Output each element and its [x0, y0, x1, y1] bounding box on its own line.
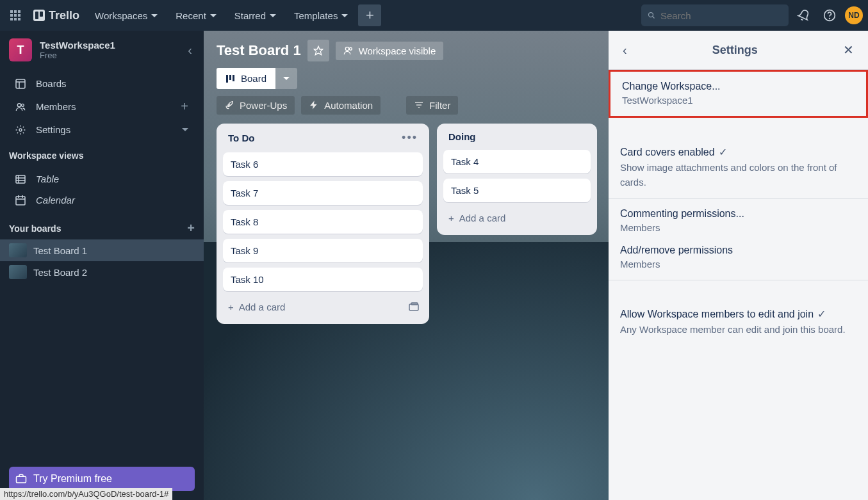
- board-title[interactable]: Test Board 1: [217, 42, 301, 59]
- members-icon: [15, 102, 27, 112]
- automation-button[interactable]: Automation: [301, 96, 381, 115]
- apps-button[interactable]: [5, 5, 26, 26]
- help-icon: [823, 9, 836, 22]
- sidebar-item-settings[interactable]: Settings: [6, 119, 197, 140]
- sidebar-item-label: Calendar: [36, 195, 75, 206]
- card[interactable]: Task 5: [443, 179, 591, 202]
- apps-grid-icon: [10, 10, 20, 20]
- top-header: Trello Workspaces Recent Starred Templat…: [0, 0, 868, 31]
- view-label: Board: [241, 73, 266, 84]
- board-item[interactable]: Test Board 1: [0, 239, 204, 261]
- your-boards-heading: Your boards +: [0, 214, 204, 239]
- card[interactable]: Task 10: [223, 268, 423, 291]
- svg-rect-33: [233, 75, 234, 81]
- svg-rect-5: [18, 14, 20, 17]
- user-avatar[interactable]: ND: [845, 6, 863, 24]
- sidebar-view-table[interactable]: Table: [6, 168, 197, 190]
- sidebar-main-nav: Boards Members + Settings: [0, 69, 204, 144]
- chevron-down-icon: [151, 14, 158, 17]
- svg-rect-0: [10, 10, 13, 13]
- board-view-icon: [225, 74, 236, 84]
- bolt-icon: [309, 100, 319, 110]
- view-dropdown-button[interactable]: [275, 68, 297, 89]
- card[interactable]: Task 9: [223, 239, 423, 262]
- filter-button[interactable]: Filter: [406, 96, 458, 115]
- nav-starred[interactable]: Starred: [227, 6, 284, 25]
- add-member-button[interactable]: +: [181, 99, 188, 114]
- workspace-info: TestWorkspace1 Free: [40, 40, 177, 60]
- addremove-permissions[interactable]: Add/remove permissions Members: [620, 245, 856, 270]
- list-title[interactable]: Doing: [448, 131, 476, 142]
- header-right: ND: [641, 4, 863, 26]
- card-covers-section[interactable]: Card covers enabled ✓ Show image attachm…: [609, 137, 868, 199]
- card-template-button[interactable]: [405, 298, 423, 316]
- sidebar-item-boards[interactable]: Boards: [6, 73, 197, 94]
- search-box[interactable]: [641, 4, 789, 26]
- notifications-button[interactable]: [794, 5, 814, 26]
- powerups-button[interactable]: Power-Ups: [217, 96, 295, 115]
- chevron-down-icon: [182, 128, 188, 131]
- workspace-plan: Free: [40, 51, 177, 60]
- view-board-button[interactable]: Board: [217, 68, 275, 89]
- settings-close-button[interactable]: ✕: [840, 40, 856, 60]
- filter-icon: [414, 100, 424, 110]
- setting-value: Members: [620, 259, 856, 270]
- star-icon: [313, 45, 323, 56]
- sidebar-item-label: Table: [36, 173, 59, 184]
- allow-edit-section[interactable]: Allow Workspace members to edit and join…: [609, 299, 868, 346]
- nav-workspaces[interactable]: Workspaces: [87, 6, 165, 25]
- list-title[interactable]: To Do: [228, 133, 254, 143]
- workspace-name: TestWorkspace1: [40, 40, 177, 51]
- svg-rect-2: [18, 10, 20, 13]
- workspace-views-heading: Workspace views: [0, 144, 204, 165]
- setting-value: Members: [620, 222, 856, 233]
- svg-point-30: [349, 47, 352, 50]
- plus-icon: +: [448, 213, 454, 223]
- setting-title: Card covers enabled ✓: [620, 146, 856, 158]
- people-icon: [343, 45, 354, 56]
- button-label: Automation: [324, 100, 373, 111]
- sidebar-item-members[interactable]: Members +: [6, 94, 197, 119]
- list-header: To Do •••: [223, 130, 423, 147]
- premium-label: Try Premium free: [33, 473, 112, 485]
- collapse-sidebar-button[interactable]: ‹: [185, 40, 195, 60]
- create-button[interactable]: +: [358, 4, 381, 26]
- board-item[interactable]: Test Board 2: [0, 261, 204, 283]
- settings-back-button[interactable]: ‹: [620, 40, 630, 60]
- trello-logo[interactable]: Trello: [28, 9, 85, 22]
- add-card-button[interactable]: + Add a card: [223, 296, 290, 318]
- svg-rect-13: [16, 79, 25, 88]
- nav-label: Recent: [176, 10, 206, 21]
- sidebar: T TestWorkspace1 Free ‹ Boards Members +: [0, 31, 204, 500]
- card[interactable]: Task 8: [223, 210, 423, 234]
- sidebar-item-label: Boards: [36, 78, 67, 89]
- help-button[interactable]: [819, 5, 840, 26]
- check-icon: ✓: [817, 308, 826, 320]
- list-menu-button[interactable]: •••: [402, 131, 418, 145]
- setting-title-text: Card covers enabled: [620, 147, 715, 158]
- template-icon: [409, 302, 419, 312]
- search-input[interactable]: [660, 10, 782, 21]
- settings-header: ‹ Settings ✕: [609, 31, 868, 70]
- add-board-button[interactable]: +: [187, 221, 195, 236]
- sidebar-view-calendar[interactable]: Calendar: [6, 190, 197, 211]
- plus-icon: +: [228, 302, 234, 312]
- setting-title: Commenting permissions...: [620, 208, 856, 220]
- nav-templates[interactable]: Templates: [286, 6, 356, 25]
- svg-point-29: [345, 47, 348, 51]
- svg-point-12: [830, 19, 830, 19]
- card[interactable]: Task 6: [223, 152, 423, 176]
- chevron-down-icon: [210, 14, 217, 17]
- workspace-views: Table Calendar: [0, 165, 204, 214]
- nav-recent[interactable]: Recent: [168, 6, 224, 25]
- add-card-button[interactable]: + Add a card: [443, 207, 591, 229]
- card[interactable]: Task 4: [443, 150, 591, 173]
- star-button[interactable]: [307, 40, 329, 61]
- card[interactable]: Task 7: [223, 181, 423, 205]
- chevron-down-icon: [341, 14, 348, 17]
- visibility-button[interactable]: Workspace visible: [336, 42, 444, 60]
- change-workspace-section[interactable]: Change Workspace... TestWorkspace1: [609, 70, 868, 118]
- svg-rect-31: [226, 75, 228, 83]
- settings-panel: ‹ Settings ✕ Change Workspace... TestWor…: [609, 31, 868, 500]
- commenting-permissions[interactable]: Commenting permissions... Members: [620, 208, 856, 233]
